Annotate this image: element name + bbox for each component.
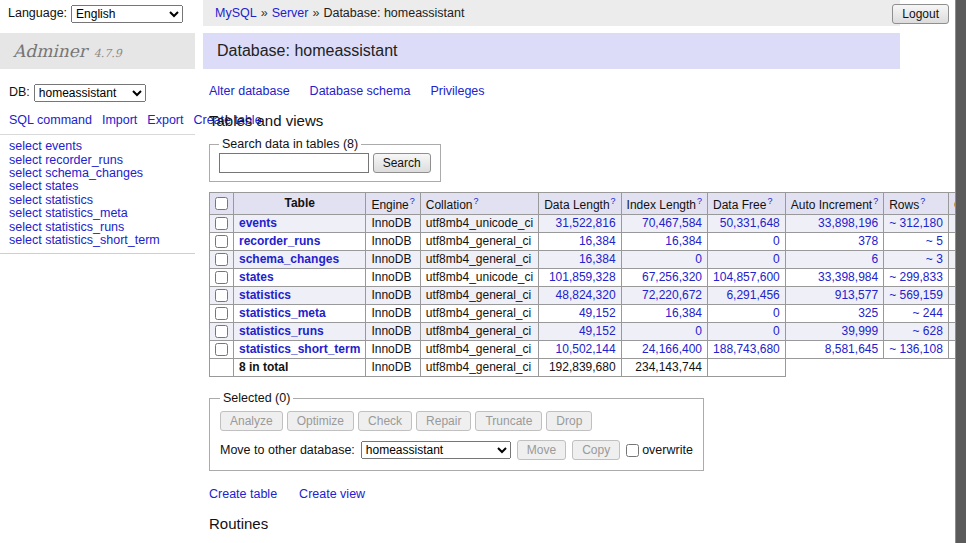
rows-count-link[interactable]: ~ 299,833 — [889, 270, 943, 284]
logout-button[interactable]: Logout — [892, 4, 949, 24]
rows-count-link[interactable]: ~ 628 — [913, 324, 943, 338]
row-checkbox[interactable] — [215, 253, 228, 266]
column-header: Collation? — [420, 193, 538, 215]
breadcrumb: MySQL»Server»Database: homeassistant — [203, 0, 900, 26]
index-length-link[interactable]: 0 — [695, 324, 702, 338]
rows-count-link[interactable]: ~ 569,159 — [889, 288, 943, 302]
sidebar-item-table[interactable]: select statistics_runs — [9, 221, 186, 234]
auto-increment-link[interactable]: 913,577 — [835, 288, 878, 302]
data-free-link[interactable]: 0 — [773, 252, 780, 266]
index-length-link[interactable]: 16,384 — [665, 306, 702, 320]
create-link[interactable]: Create table — [209, 487, 277, 501]
search-input[interactable] — [219, 153, 369, 173]
sidebar-item-table[interactable]: select schema_changes — [9, 167, 186, 180]
row-checkbox[interactable] — [215, 343, 228, 356]
data-length-link[interactable]: 101,859,328 — [549, 270, 616, 284]
selected-action-button[interactable]: Drop — [546, 411, 592, 431]
auto-increment-link[interactable]: 33,898,196 — [818, 216, 878, 230]
column-help-link[interactable]: ? — [611, 196, 616, 206]
data-free-link[interactable]: 104,857,600 — [713, 270, 780, 284]
index-length-link[interactable]: 16,384 — [665, 234, 702, 248]
table-name-link[interactable]: statistics — [239, 288, 291, 302]
table-name-link[interactable]: states — [239, 270, 274, 284]
selected-action-button[interactable]: Analyze — [220, 411, 283, 431]
index-length-link[interactable]: 24,166,400 — [642, 342, 702, 356]
breadcrumb-link-mysql[interactable]: MySQL — [215, 6, 257, 20]
selected-action-button[interactable]: Truncate — [475, 411, 542, 431]
data-free-link[interactable]: 6,291,456 — [726, 288, 779, 302]
db-action-link[interactable]: Database schema — [310, 84, 411, 98]
column-help-link[interactable]: ? — [873, 196, 878, 206]
db-action-link[interactable]: Alter database — [209, 84, 290, 98]
data-length-link[interactable]: 49,152 — [579, 324, 616, 338]
sidebar-item-table[interactable]: select recorder_runs — [9, 154, 186, 167]
index-length-link[interactable]: 70,467,584 — [642, 216, 702, 230]
search-button[interactable]: Search — [373, 153, 431, 173]
move-db-select[interactable]: homeassistant — [361, 441, 511, 459]
data-length-link[interactable]: 49,152 — [579, 306, 616, 320]
column-help-link[interactable]: ? — [410, 196, 415, 206]
sidebar-item-table[interactable]: select events — [9, 140, 186, 153]
row-checkbox[interactable] — [215, 271, 228, 284]
column-help-link[interactable]: ? — [767, 196, 772, 206]
data-free-link[interactable]: 0 — [773, 324, 780, 338]
selected-action-button[interactable]: Check — [358, 411, 412, 431]
db-select[interactable]: homeassistant — [34, 84, 146, 102]
language-select[interactable]: English — [71, 5, 183, 23]
column-help-link[interactable]: ? — [473, 196, 478, 206]
rows-count-link[interactable]: ~ 5 — [926, 234, 943, 248]
data-free-link[interactable]: 50,331,648 — [720, 216, 780, 230]
sidebar-item-table[interactable]: select states — [9, 180, 186, 193]
sidebar-item-table[interactable]: select statistics_meta — [9, 207, 186, 220]
table-name-link[interactable]: statistics_short_term — [239, 342, 360, 356]
overwrite-checkbox[interactable] — [626, 444, 639, 457]
db-action-link[interactable]: Privileges — [430, 84, 484, 98]
rows-count-link[interactable]: ~ 244 — [913, 306, 943, 320]
sidebar-item-table[interactable]: select statistics_short_term — [9, 234, 186, 247]
table-name-link[interactable]: schema_changes — [239, 252, 339, 266]
index-length-link[interactable]: 67,256,320 — [642, 270, 702, 284]
copy-button[interactable]: Copy — [572, 440, 620, 460]
data-length-link[interactable]: 16,384 — [579, 234, 616, 248]
auto-increment-link[interactable]: 325 — [858, 306, 878, 320]
row-checkbox[interactable] — [215, 289, 228, 302]
row-checkbox[interactable] — [215, 235, 228, 248]
row-checkbox[interactable] — [215, 307, 228, 320]
auto-increment-link[interactable]: 8,581,645 — [825, 342, 878, 356]
data-length-link[interactable]: 31,522,816 — [556, 216, 616, 230]
move-button[interactable]: Move — [517, 440, 566, 460]
row-checkbox[interactable] — [215, 325, 228, 338]
table-name-link[interactable]: recorder_runs — [239, 234, 320, 248]
sidebar-item-table[interactable]: select statistics — [9, 194, 186, 207]
row-checkbox[interactable] — [215, 217, 228, 230]
data-length-link[interactable]: 16,384 — [579, 252, 616, 266]
table-name-link[interactable]: statistics_meta — [239, 306, 326, 320]
auto-increment-link[interactable]: 6 — [871, 252, 878, 266]
selected-action-button[interactable]: Repair — [416, 411, 471, 431]
sidebar-action-link[interactable]: SQL command — [9, 113, 92, 127]
selected-action-button[interactable]: Optimize — [287, 411, 354, 431]
data-length-link[interactable]: 10,502,144 — [556, 342, 616, 356]
table-name-link[interactable]: statistics_runs — [239, 324, 324, 338]
breadcrumb-link-server[interactable]: Server — [272, 6, 309, 20]
auto-increment-link[interactable]: 378 — [858, 234, 878, 248]
table-name-link[interactable]: events — [239, 216, 277, 230]
data-free-link[interactable]: 0 — [773, 306, 780, 320]
auto-increment-link[interactable]: 33,398,984 — [818, 270, 878, 284]
index-length-link[interactable]: 72,220,672 — [642, 288, 702, 302]
select-all-checkbox[interactable] — [215, 197, 228, 210]
sidebar-action-link[interactable]: Import — [102, 113, 137, 127]
auto-increment-link[interactable]: 39,999 — [841, 324, 878, 338]
create-link[interactable]: Create view — [299, 487, 365, 501]
vertical-scrollbar[interactable] — [955, 0, 966, 543]
rows-count-link[interactable]: ~ 3 — [926, 252, 943, 266]
index-length-link[interactable]: 0 — [695, 252, 702, 266]
data-free-link[interactable]: 188,743,680 — [713, 342, 780, 356]
rows-count-link[interactable]: ~ 136,108 — [889, 342, 943, 356]
rows-count-link[interactable]: ~ 312,180 — [889, 216, 943, 230]
data-length-link[interactable]: 48,824,320 — [556, 288, 616, 302]
column-help-link[interactable]: ? — [920, 196, 925, 206]
data-free-link[interactable]: 0 — [773, 234, 780, 248]
sidebar-action-link[interactable]: Export — [147, 113, 183, 127]
column-help-link[interactable]: ? — [697, 196, 702, 206]
